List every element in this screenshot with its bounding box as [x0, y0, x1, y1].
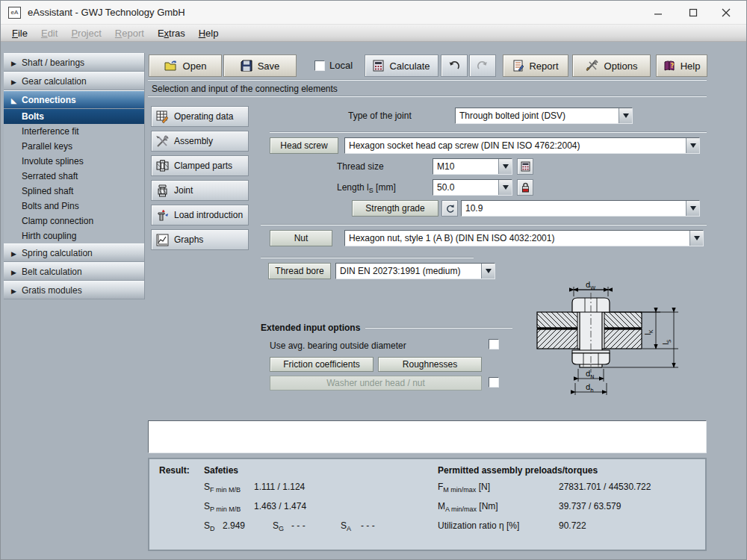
preload-fm: FM min/max [N]: [438, 482, 490, 494]
dropdown-arrow-icon: [689, 231, 703, 246]
divider: [270, 131, 707, 133]
sidebar-section-belt-calculation[interactable]: ▶Belt calculation: [4, 262, 144, 281]
maximize-icon: [689, 8, 698, 17]
length-dropdown[interactable]: 50.0: [433, 179, 512, 196]
thread-bore-dropdown[interactable]: DIN EN 20273:1991 (medium): [335, 263, 495, 279]
divider: [365, 327, 512, 329]
sidebar-item-hirth-coupling[interactable]: Hirth coupling: [4, 228, 144, 243]
menu-file[interactable]: File: [5, 26, 34, 40]
strength-grade-dropdown[interactable]: 10.9: [461, 200, 700, 217]
close-button[interactable]: [710, 1, 743, 25]
menu-help[interactable]: Help: [192, 26, 226, 40]
preload-fm-value: 27831.701 / 44530.722: [559, 482, 651, 492]
nut-button[interactable]: Nut: [270, 230, 332, 246]
thread-bore-button[interactable]: Thread bore: [268, 263, 331, 279]
chevron-expanded-icon: ◣: [11, 92, 22, 111]
minimize-button[interactable]: [642, 1, 675, 25]
joint-icon: [156, 184, 169, 197]
menu-edit: Edit: [34, 26, 64, 40]
chevron-right-icon: ▶: [11, 282, 22, 301]
sidebar-item-interference-fit[interactable]: Interference fit: [4, 124, 144, 139]
undo-button[interactable]: [441, 55, 468, 77]
assembly-button[interactable]: Assembly: [151, 131, 249, 152]
strength-grade-button[interactable]: Strength grade: [352, 200, 438, 217]
dropdown-arrow-icon: [498, 159, 512, 174]
sidebar-navigation: ▶Shaft / bearings ▶Gear calculation ◣Con…: [4, 53, 145, 299]
sidebar-section-gear-calculation[interactable]: ▶Gear calculation: [4, 72, 144, 90]
calculator-icon: [521, 161, 530, 172]
message-box: [148, 420, 707, 453]
results-panel: Result: Safeties SF min M/B 1.111 / 1.12…: [148, 458, 707, 551]
length-label: Length lS [mm]: [337, 182, 396, 194]
window-title: eAssistant - GWJ Technology GmbH: [28, 7, 185, 18]
local-checkbox-row: Local: [314, 60, 353, 71]
extended-options-heading: Extended input options: [261, 323, 360, 333]
sidebar-item-parallel-keys[interactable]: Parallel keys: [4, 139, 144, 154]
open-button[interactable]: Open: [149, 55, 222, 77]
padlock-icon: [521, 182, 530, 193]
sidebar-section-connections[interactable]: ◣Connections: [4, 90, 144, 109]
clamped-parts-icon: [156, 160, 169, 172]
sidebar-item-involute-splines[interactable]: Involute splines: [4, 154, 144, 169]
local-checkbox[interactable]: [314, 60, 325, 71]
divider: [261, 257, 474, 258]
thread-size-dropdown[interactable]: M10: [433, 158, 512, 175]
save-button[interactable]: Save: [223, 55, 297, 77]
divider: [148, 79, 707, 81]
redo-button: [469, 55, 496, 77]
sidebar-section-gratis-modules[interactable]: ▶Gratis modules: [4, 281, 144, 299]
report-button[interactable]: Report: [503, 55, 568, 77]
open-folder-icon: [164, 60, 178, 72]
sidebar-item-clamp-connection[interactable]: Clamp connection: [4, 214, 144, 228]
sidebar-item-serrated-shaft[interactable]: Serrated shaft: [4, 169, 144, 184]
help-book-icon: ?: [663, 60, 675, 72]
thread-size-calculator-button[interactable]: [517, 158, 533, 175]
result-label: Result:: [159, 465, 190, 476]
maximize-button[interactable]: [677, 1, 710, 25]
dropdown-arrow-icon: [619, 108, 632, 123]
clamped-parts-button[interactable]: Clamped parts: [151, 155, 249, 176]
joint-type-dropdown[interactable]: Through bolted joint (DSV): [455, 108, 633, 124]
joint-button[interactable]: Joint: [151, 180, 249, 201]
safety-sg: SG: [273, 520, 284, 532]
avg-bearing-label: Use avg. bearing outside diameter: [270, 340, 406, 351]
strength-grade-refresh-button[interactable]: [441, 200, 458, 217]
sidebar-section-spring-calculation[interactable]: ▶Spring calculation: [4, 243, 144, 262]
utilization-label: Utilization ratio η [%]: [438, 520, 519, 531]
help-button[interactable]: ? Help: [656, 55, 707, 77]
divider: [261, 224, 707, 225]
calculator-icon: [373, 60, 384, 72]
options-button[interactable]: Options: [572, 55, 651, 77]
load-introduction-button[interactable]: Load introduction: [151, 205, 249, 225]
sidebar-item-splined-shaft[interactable]: Splined shaft: [4, 184, 144, 199]
roughnesses-button[interactable]: Roughnesses: [378, 357, 482, 372]
divider: [148, 96, 707, 97]
washer-checkbox[interactable]: [489, 377, 499, 388]
operating-data-button[interactable]: Operating data: [151, 106, 249, 127]
safety-sp: SP min M/B: [204, 501, 241, 513]
safety-sa: SA: [341, 520, 351, 532]
calculate-button[interactable]: Calculate: [365, 55, 438, 77]
dropdown-arrow-icon: [498, 180, 512, 195]
graphs-button[interactable]: Graphs: [151, 229, 249, 250]
utilization-value: 90.722: [559, 520, 586, 531]
safety-sf-value: 1.111 / 1.124: [254, 482, 305, 492]
sidebar-section-shaft-bearings[interactable]: ▶Shaft / bearings: [4, 53, 144, 72]
length-lock-button[interactable]: [517, 179, 533, 196]
report-document-icon: [512, 60, 524, 72]
head-screw-dropdown[interactable]: Hexagon socket head cap screw (DIN EN IS…: [344, 137, 700, 154]
menu-project: Project: [64, 26, 108, 40]
joint-type-label: Type of the joint: [348, 111, 412, 121]
chevron-right-icon: ▶: [11, 264, 22, 282]
nut-dropdown[interactable]: Hexagon nut, style 1 (A B) (DIN EN ISO 4…: [344, 230, 704, 246]
head-screw-button[interactable]: Head screw: [270, 137, 338, 154]
preload-ma: MA min/max [Nm]: [438, 501, 498, 513]
avg-bearing-checkbox[interactable]: [489, 339, 499, 349]
dropdown-arrow-icon: [686, 201, 699, 216]
sidebar-item-bolts-and-pins[interactable]: Bolts and Pins: [4, 199, 144, 214]
operating-data-icon: [156, 111, 169, 123]
menu-extras[interactable]: Extras: [151, 26, 192, 40]
sidebar-item-bolts[interactable]: Bolts: [4, 109, 144, 124]
friction-coefficients-button[interactable]: Friction coefficients: [270, 357, 374, 372]
safety-sg-value: - - -: [291, 520, 306, 531]
